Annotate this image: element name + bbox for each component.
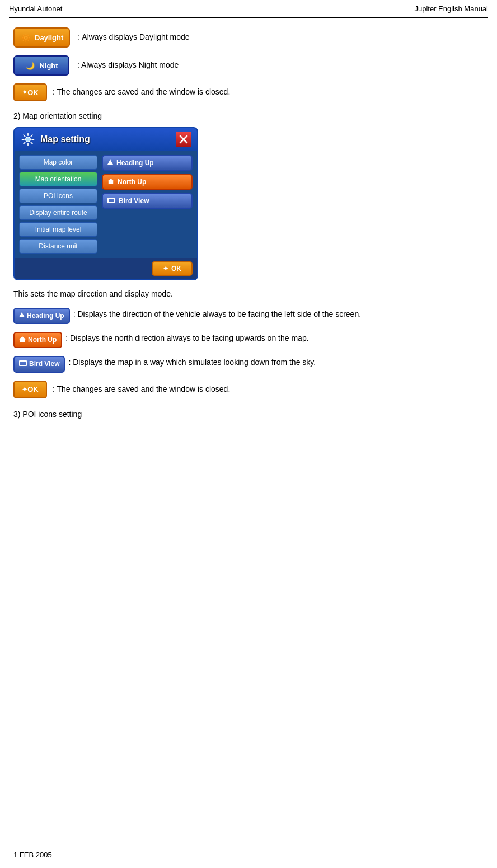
ok-label-1: OK: [27, 88, 39, 97]
map-setting-options: Heading Up North Up Bird View: [102, 155, 193, 254]
night-label: Night: [39, 62, 58, 70]
map-setting-title: Map setting: [40, 134, 90, 144]
bird-view-option-button[interactable]: Bird View: [102, 193, 193, 209]
heading-up-description: : Displays the direction of the vehicle …: [73, 308, 361, 320]
ok-desc-2: : The changes are saved and the window i…: [53, 384, 230, 395]
north-up-home-icon: [107, 178, 114, 186]
heading-up-label: Heading Up: [116, 159, 154, 167]
page-footer: 1 FEB 2005: [13, 851, 52, 859]
map-setting-box: Map setting Map color Map orientation PO…: [13, 127, 198, 280]
ok-button-1[interactable]: ✦ OK: [13, 83, 47, 101]
bird-view-screen-icon: [107, 197, 115, 205]
ok-button-2[interactable]: ✦ OK: [13, 381, 47, 398]
moon-icon: 🌙: [25, 60, 36, 71]
map-ok-button[interactable]: ✦ OK: [152, 261, 193, 276]
map-setting-close-button[interactable]: [176, 132, 191, 147]
ok-row-2: ✦ OK : The changes are saved and the win…: [13, 381, 484, 398]
heading-up-option-button[interactable]: Heading Up: [102, 155, 193, 171]
north-up-option-button[interactable]: North Up: [102, 174, 193, 190]
menu-item-display-route[interactable]: Display entire route: [19, 205, 97, 220]
heading-up-desc-block: Heading Up : Displays the direction of t…: [13, 308, 484, 324]
map-ok-label: OK: [171, 265, 181, 273]
footer-date: 1 FEB 2005: [13, 851, 52, 859]
night-button[interactable]: 🌙 Night: [13, 55, 69, 76]
heading-up-inline-arrow: [19, 311, 25, 321]
north-up-label: North Up: [118, 178, 146, 186]
menu-item-initial-map[interactable]: Initial map level: [19, 222, 97, 237]
ok-star-icon: ✦: [22, 88, 27, 96]
map-setting-menu: Map color Map orientation POI icons Disp…: [19, 155, 97, 254]
daylight-button[interactable]: 🔆 Daylight: [13, 27, 70, 48]
section3-title: 3) POI icons setting: [13, 410, 484, 419]
bird-view-inline-label: Bird View: [29, 359, 59, 369]
north-up-inline-button[interactable]: North Up: [13, 332, 62, 348]
north-up-desc-block: North Up : Displays the north direction …: [13, 332, 484, 348]
menu-item-distance[interactable]: Distance unit: [19, 239, 97, 254]
map-direction-desc: This sets the map direction and display …: [13, 288, 484, 300]
daylight-row: 🔆 Daylight : Always displays Daylight mo…: [13, 27, 484, 48]
map-setting-header-left: Map setting: [20, 132, 90, 147]
bird-view-desc-block: Bird View : Displays the map in a way wh…: [13, 356, 484, 372]
ok-star-icon-2: ✦: [22, 386, 27, 393]
header-left: Hyundai Autonet: [9, 4, 62, 13]
north-up-inline-home: [19, 335, 26, 345]
page-content: 🔆 Daylight : Always displays Daylight mo…: [0, 18, 497, 434]
page-header: Hyundai Autonet Jupiter English Manual: [0, 0, 497, 17]
bird-view-description: : Displays the map in a way which simula…: [68, 356, 316, 368]
night-row: 🌙 Night : Always displays Night mode: [13, 55, 484, 76]
ok-desc-1: : The changes are saved and the window i…: [53, 87, 230, 98]
heading-up-inline-label: Heading Up: [27, 311, 64, 321]
sun-icon: 🔆: [20, 32, 31, 43]
heading-up-inline-button[interactable]: Heading Up: [13, 308, 70, 324]
menu-item-map-orientation[interactable]: Map orientation: [19, 172, 97, 186]
map-ok-star-icon: ✦: [163, 265, 168, 273]
bird-view-label: Bird View: [119, 197, 149, 205]
night-desc: : Always displays Night mode: [77, 60, 179, 71]
section2-title: 2) Map orientation setting: [13, 111, 484, 120]
ok-row-1: ✦ OK : The changes are saved and the win…: [13, 83, 484, 101]
gear-icon: [20, 132, 36, 147]
daylight-label: Daylight: [35, 34, 63, 42]
daylight-desc: : Always displays Daylight mode: [78, 32, 189, 43]
map-setting-header: Map setting: [15, 128, 197, 151]
heading-up-arrow-icon: [107, 159, 113, 167]
north-up-inline-label: North Up: [28, 335, 57, 345]
ok-label-2: OK: [27, 385, 39, 393]
map-setting-footer: ✦ OK: [15, 258, 197, 279]
menu-item-poi-icons[interactable]: POI icons: [19, 189, 97, 203]
map-setting-body: Map color Map orientation POI icons Disp…: [15, 151, 197, 258]
svg-point-0: [26, 137, 31, 142]
header-right: Jupiter English Manual: [414, 4, 488, 13]
bird-view-inline-screen: [19, 359, 27, 369]
menu-item-map-color[interactable]: Map color: [19, 155, 97, 170]
bird-view-inline-button[interactable]: Bird View: [13, 356, 65, 372]
north-up-description: : Displays the north direction always to…: [65, 332, 308, 344]
close-icon: [179, 134, 189, 144]
